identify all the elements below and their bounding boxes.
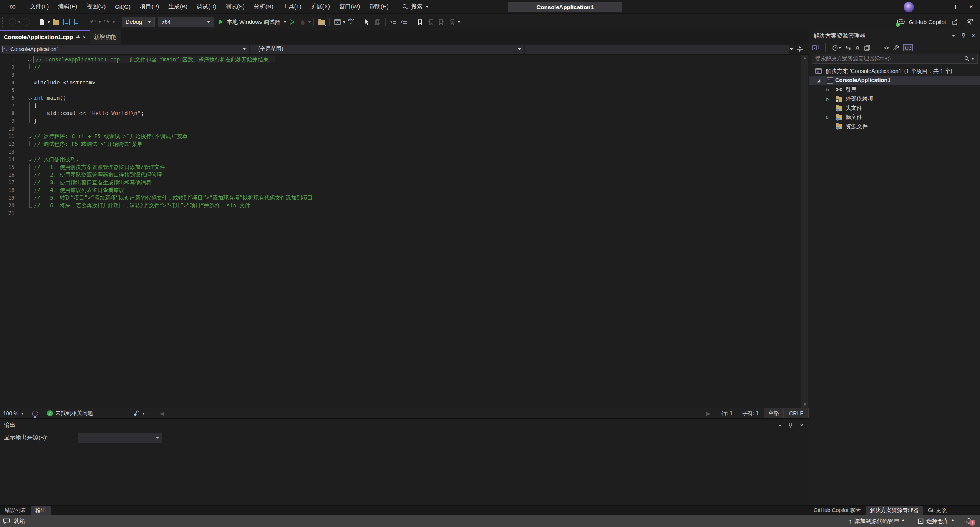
minimize-button[interactable]: [927, 0, 945, 14]
menu-view[interactable]: 视图(V): [82, 0, 110, 13]
select-repository-button[interactable]: 选择仓库: [918, 517, 954, 525]
code-line-7[interactable]: 7{: [0, 102, 801, 110]
feedback-button[interactable]: [0, 518, 14, 524]
fold-margin[interactable]: [25, 210, 34, 218]
solution-configuration-dropdown[interactable]: Debug: [122, 17, 155, 27]
code-line-12[interactable]: 12// 调试程序: F5 或调试 >“开始调试”菜单: [0, 141, 801, 149]
menu-analyze[interactable]: 分析(N): [249, 0, 278, 13]
breakpoint-margin[interactable]: [19, 164, 25, 172]
copilot-person-button[interactable]: [964, 16, 975, 28]
output-source-dropdown[interactable]: [78, 433, 162, 443]
code-text[interactable]: std::cout << "Hello World!\n";: [34, 110, 144, 118]
breakpoint-margin[interactable]: [19, 210, 25, 218]
vertical-scrollbar[interactable]: ▲ ▼: [801, 55, 808, 408]
menu-git[interactable]: Git(G): [110, 0, 135, 13]
menu-debug[interactable]: 调试(D): [192, 0, 221, 13]
indent-decrease-button[interactable]: [388, 16, 399, 28]
properties-button[interactable]: [864, 45, 870, 51]
clear-bookmarks-button[interactable]: [447, 16, 458, 28]
fold-margin[interactable]: [25, 172, 34, 179]
breakpoint-margin[interactable]: [19, 141, 25, 149]
pending-changes-filter-button[interactable]: [832, 45, 841, 51]
tree-item-1[interactable]: ◢⁺₊ConsoleApplication1: [809, 76, 980, 85]
project-scope-dropdown[interactable]: ⁺₊ ConsoleApplication1: [1, 45, 249, 54]
code-line-17[interactable]: 17// 3. 使用输出窗口查看生成输出和其他消息: [0, 179, 801, 187]
code-line-10[interactable]: 10: [0, 126, 801, 133]
start-without-debugging-button[interactable]: [287, 16, 297, 28]
close-icon[interactable]: ×: [972, 32, 975, 39]
fold-margin[interactable]: [25, 195, 34, 202]
menu-edit[interactable]: 编辑(E): [53, 0, 82, 13]
search-button[interactable]: 搜索: [398, 3, 433, 10]
code-editor[interactable]: 1// ConsoleApplication1.cpp : 此文件包含 “mai…: [0, 55, 809, 408]
previous-bookmark-button[interactable]: [425, 16, 436, 28]
toggle-bookmark-button[interactable]: [415, 16, 425, 28]
pin-icon[interactable]: [76, 35, 80, 40]
code-line-4[interactable]: 4#include <iostream>: [0, 79, 801, 87]
breakpoint-margin[interactable]: [19, 72, 25, 79]
breakpoint-margin[interactable]: [19, 149, 25, 156]
code-text[interactable]: // 6. 将来，若要再次打开此项目，请转到“文件”>“打开”>“项目”并选择 …: [34, 202, 250, 210]
breakpoint-margin[interactable]: [19, 172, 25, 179]
fold-margin[interactable]: [25, 87, 34, 95]
menu-project[interactable]: 项目(P): [135, 0, 164, 13]
code-line-6[interactable]: 6int main(): [0, 95, 801, 102]
copilot-share-button[interactable]: [950, 16, 960, 28]
breakpoint-margin[interactable]: [19, 156, 25, 164]
properties-wrench-button[interactable]: [893, 45, 899, 51]
close-icon[interactable]: ×: [83, 34, 86, 40]
pin-icon[interactable]: [788, 423, 793, 428]
toolbar-overflow-icon[interactable]: [458, 21, 461, 25]
breakpoint-margin[interactable]: [19, 195, 25, 202]
breakpoint-margin[interactable]: [19, 110, 25, 118]
zoom-dropdown[interactable]: 100 %: [3, 408, 24, 419]
breakpoint-margin[interactable]: [19, 202, 25, 210]
navigate-forward-button[interactable]: →: [21, 16, 32, 28]
fold-open-icon[interactable]: [28, 158, 32, 162]
split-editor-icon[interactable]: [797, 46, 803, 53]
restore-button[interactable]: [945, 0, 962, 14]
collapse-all-button[interactable]: [855, 45, 860, 50]
fold-open-icon[interactable]: [28, 58, 32, 62]
code-text[interactable]: // 2. 使用团队资源管理器窗口连接到源代码管理: [34, 172, 162, 179]
bottom-tab-1[interactable]: 输出: [31, 506, 51, 515]
indent-increase-button[interactable]: [399, 16, 410, 28]
scroll-down-icon[interactable]: ▼: [801, 401, 808, 408]
intellisense-button[interactable]: [32, 408, 38, 419]
fold-margin[interactable]: [25, 149, 34, 156]
editor-tab-1[interactable]: 新增功能: [90, 30, 121, 44]
breakpoint-margin[interactable]: [19, 56, 25, 64]
bottom-tab-0[interactable]: 错误列表: [0, 506, 31, 515]
redo-button[interactable]: ↷: [101, 16, 112, 28]
scroll-up-icon[interactable]: ▲: [801, 55, 808, 61]
code-line-9[interactable]: 9}: [0, 118, 801, 126]
menu-window[interactable]: 窗口(W): [335, 0, 365, 13]
code-text[interactable]: // 3. 使用输出窗口查看生成输出和其他消息: [34, 179, 151, 187]
code-area[interactable]: 1// ConsoleApplication1.cpp : 此文件包含 “mai…: [0, 56, 801, 408]
new-file-button[interactable]: ✦: [36, 16, 47, 28]
editor-tab-0[interactable]: ConsoleApplication1.cpp×: [0, 30, 90, 44]
show-all-files-button[interactable]: [903, 44, 913, 51]
code-text[interactable]: // 运行程序: Ctrl + F5 或调试 >“开始执行(不调试)”菜单: [34, 133, 188, 141]
undo-button[interactable]: ↶: [88, 16, 98, 28]
code-line-19[interactable]: 19// 5. 转到“项目”>“添加新项”以创建新的代码文件，或转到“项目”>“…: [0, 195, 801, 202]
code-line-2[interactable]: 2//: [0, 64, 801, 72]
notifications-button[interactable]: 1: [966, 517, 975, 526]
code-cleanup-button[interactable]: [134, 408, 145, 419]
right-panel-tab-1[interactable]: 解决方案资源管理器: [866, 506, 923, 515]
start-debugging-button[interactable]: 本地 Windows 调试器: [219, 16, 287, 28]
code-line-8[interactable]: 8 std::cout << "Hello World!\n";: [0, 110, 801, 118]
open-file-button[interactable]: [50, 16, 61, 28]
save-button[interactable]: [61, 16, 72, 28]
code-line-1[interactable]: 1// ConsoleApplication1.cpp : 此文件包含 “mai…: [0, 56, 801, 64]
view-code-button[interactable]: <>: [884, 45, 889, 51]
tree-item-0[interactable]: ∞解决方案 'ConsoleApplication1' (1 个项目，共 1 个…: [809, 66, 980, 76]
hot-reload-button[interactable]: [297, 16, 308, 28]
close-icon[interactable]: ×: [800, 422, 803, 429]
code-line-3[interactable]: 3: [0, 72, 801, 79]
expanded-arrow-icon[interactable]: ◢: [816, 78, 821, 83]
tree-item-4[interactable]: 头文件: [809, 103, 980, 112]
solution-explorer-search[interactable]: 搜索解决方案资源管理器(Ctrl+;): [812, 54, 978, 64]
fold-margin[interactable]: [25, 118, 34, 126]
scroll-right-icon[interactable]: ▶: [706, 408, 710, 419]
